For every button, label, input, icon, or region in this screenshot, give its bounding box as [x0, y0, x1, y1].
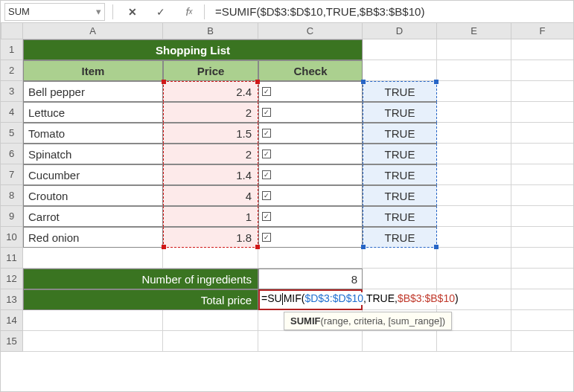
d-cell[interactable]: TRUE: [363, 102, 437, 123]
fx-icon[interactable]: fx: [180, 3, 198, 21]
cell[interactable]: [163, 248, 258, 269]
cell[interactable]: [437, 144, 511, 164]
cell[interactable]: [437, 123, 511, 144]
cell[interactable]: [437, 206, 511, 227]
range-handle-icon[interactable]: [162, 80, 166, 84]
cell[interactable]: [437, 102, 511, 123]
cell[interactable]: [511, 206, 574, 227]
row-header[interactable]: 15: [1, 331, 23, 352]
cell[interactable]: [23, 248, 163, 269]
cell[interactable]: [258, 248, 363, 269]
spreadsheet-grid[interactable]: A B C D E F 1 Shopping List 2 Item Price…: [1, 23, 573, 352]
cell[interactable]: [437, 185, 511, 206]
price-cell[interactable]: 1.8: [163, 227, 258, 248]
check-cell[interactable]: ✓: [258, 206, 363, 227]
range-handle-icon[interactable]: [361, 245, 366, 249]
name-box[interactable]: SUM ▾: [4, 3, 105, 21]
check-cell[interactable]: ✓: [258, 102, 363, 123]
check-cell[interactable]: ✓: [258, 227, 363, 248]
cell[interactable]: [511, 185, 574, 206]
row-header[interactable]: 4: [1, 102, 23, 123]
col-header[interactable]: B: [163, 23, 258, 39]
cell[interactable]: [511, 81, 574, 102]
cell[interactable]: [511, 310, 574, 331]
num-ingredients-label[interactable]: Number of ingredients: [23, 269, 258, 289]
checkbox[interactable]: ✓: [262, 108, 271, 117]
cell[interactable]: [511, 39, 574, 60]
select-all-corner[interactable]: [1, 23, 23, 39]
num-ingredients-value[interactable]: 8: [258, 269, 363, 289]
item-cell[interactable]: Red onion: [23, 227, 163, 248]
item-cell[interactable]: Carrot: [23, 206, 163, 227]
cell[interactable]: [511, 102, 574, 123]
table-title[interactable]: Shopping List: [23, 39, 363, 60]
row-header[interactable]: 13: [1, 289, 23, 310]
check-cell[interactable]: ✓: [258, 81, 363, 102]
d-cell[interactable]: TRUE: [363, 144, 437, 164]
d-cell[interactable]: TRUE: [363, 123, 437, 144]
cell[interactable]: [363, 248, 437, 269]
col-check-header[interactable]: Check: [258, 60, 363, 81]
range-handle-icon[interactable]: [255, 245, 260, 249]
row-header[interactable]: 6: [1, 144, 23, 164]
check-cell[interactable]: ✓: [258, 144, 363, 164]
checkbox[interactable]: ✓: [262, 150, 271, 158]
item-cell[interactable]: Cucumber: [23, 164, 163, 185]
cell[interactable]: [437, 39, 511, 60]
row-header[interactable]: 11: [1, 248, 23, 269]
cell[interactable]: [363, 269, 437, 289]
price-cell[interactable]: 2: [163, 144, 258, 164]
cell[interactable]: [511, 269, 574, 289]
checkbox[interactable]: ✓: [262, 129, 271, 138]
d-cell[interactable]: TRUE: [363, 164, 437, 185]
confirm-icon[interactable]: ✓: [152, 3, 170, 21]
check-cell[interactable]: ✓: [258, 123, 363, 144]
col-header[interactable]: F: [511, 23, 574, 39]
check-cell[interactable]: ✓: [258, 185, 363, 206]
cell[interactable]: [23, 331, 163, 352]
cell[interactable]: [511, 60, 574, 81]
checkbox[interactable]: ✓: [262, 191, 271, 200]
cell[interactable]: [511, 164, 574, 185]
cell[interactable]: [363, 39, 437, 60]
price-cell[interactable]: 1.4: [163, 164, 258, 185]
range-handle-icon[interactable]: [162, 245, 166, 249]
col-item-header[interactable]: Item: [23, 60, 163, 81]
cell[interactable]: [511, 289, 574, 310]
price-cell[interactable]: 1.5: [163, 123, 258, 144]
cell[interactable]: [511, 227, 574, 248]
row-header[interactable]: 10: [1, 227, 23, 248]
row-header[interactable]: 2: [1, 60, 23, 81]
checkbox[interactable]: ✓: [262, 170, 271, 179]
checkbox[interactable]: ✓: [262, 212, 271, 221]
item-cell[interactable]: Crouton: [23, 185, 163, 206]
cell[interactable]: [437, 164, 511, 185]
col-header[interactable]: E: [437, 23, 511, 39]
checkbox[interactable]: ✓: [262, 87, 271, 96]
range-handle-icon[interactable]: [434, 245, 439, 249]
d-cell[interactable]: TRUE: [363, 206, 437, 227]
col-header[interactable]: C: [258, 23, 363, 39]
cell[interactable]: [163, 310, 258, 331]
checkbox[interactable]: ✓: [262, 233, 271, 242]
cell[interactable]: [511, 248, 574, 269]
chevron-down-icon[interactable]: ▾: [96, 6, 101, 17]
cell[interactable]: [363, 331, 437, 352]
cell[interactable]: [437, 248, 511, 269]
cell[interactable]: [511, 144, 574, 164]
cell[interactable]: [437, 331, 511, 352]
item-cell[interactable]: Tomato: [23, 123, 163, 144]
d-cell[interactable]: TRUE: [363, 185, 437, 206]
cell[interactable]: [23, 310, 163, 331]
col-header[interactable]: D: [363, 23, 437, 39]
row-header[interactable]: 9: [1, 206, 23, 227]
formula-input[interactable]: =SUMIF($D$3:$D$10,TRUE,$B$3:$B$10): [215, 5, 424, 18]
d-cell[interactable]: TRUE: [363, 227, 437, 248]
cell[interactable]: [511, 331, 574, 352]
range-handle-icon[interactable]: [434, 80, 439, 84]
price-cell[interactable]: 4: [163, 185, 258, 206]
cell[interactable]: [437, 269, 511, 289]
col-price-header[interactable]: Price: [163, 60, 258, 81]
range-handle-icon[interactable]: [361, 80, 366, 84]
row-header[interactable]: 3: [1, 81, 23, 102]
